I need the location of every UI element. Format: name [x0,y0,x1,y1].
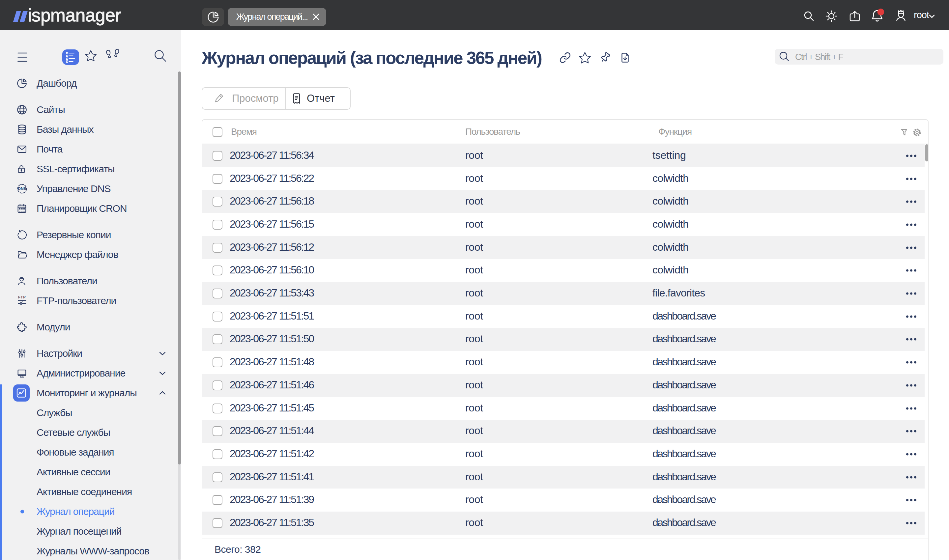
svg-text:FTP: FTP [18,295,26,300]
svg-text:DNS: DNS [18,186,26,191]
